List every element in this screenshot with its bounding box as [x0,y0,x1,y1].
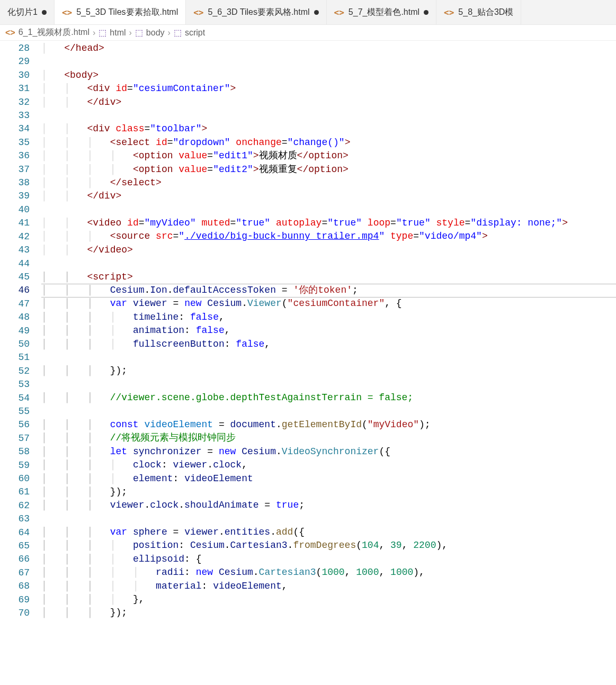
line-number: 31 [0,82,30,95]
line-number: 33 [0,109,30,122]
line-number: 42 [0,230,30,244]
html-file-icon: <> [334,7,344,17]
symbol-icon: ⬚ [99,28,106,38]
code-line[interactable] [41,405,616,418]
code-line[interactable]: │ │ <div id="cesiumContainer"> [41,82,616,95]
code-line[interactable]: │ │ │ }); [41,606,616,619]
code-line[interactable]: │ │ │ <source src="./vedio/big-buck-bunn… [41,230,616,243]
code-line[interactable]: │ │ </div> [41,190,616,203]
line-number: 60 [0,472,30,485]
tab-label: 5_7_模型着色.html [349,7,419,18]
line-number: 41 [0,217,30,230]
code-line[interactable]: │ │ │ Cesium.Ion.defaultAccessToken = '你… [41,284,616,297]
line-number: 43 [0,244,30,257]
tab-label: 5_5_3D Tiles要素拾取.html [76,7,178,18]
code-line[interactable]: │ │ │ │ ellipsoid: { [41,553,616,566]
line-number: 49 [0,325,30,338]
tab-4[interactable]: <> 5_8_贴合3D模 [436,0,521,24]
code-line[interactable] [41,378,616,391]
symbol-icon: ⬚ [135,28,143,38]
code-editor[interactable]: 2829303132333435363738394041424344454647… [0,41,616,683]
code-line[interactable]: │ │ │ <select id="dropdown" onchange="ch… [41,136,616,149]
line-number: 48 [0,311,30,324]
line-number: 68 [0,580,30,593]
line-number: 46 [0,284,30,297]
code-line[interactable]: │ │ │ │ <option value="edit1">视频材质</opti… [41,149,616,163]
line-number: 56 [0,418,30,431]
code-line[interactable]: │ │ │ const videoElement = document.getE… [41,418,616,431]
line-number: 64 [0,526,30,539]
line-number: 54 [0,392,30,405]
code-line[interactable]: │ │ </video> [41,244,616,257]
code-content[interactable]: │ </head>│ <body>│ │ <div id="cesiumCont… [41,41,616,683]
code-line[interactable]: │ </head> [41,42,616,55]
tab-label: 5_6_3D Tiles要素风格.html [208,7,310,18]
html-file-icon: <> [5,28,15,38]
code-line[interactable]: │ │ │ │ element: videoElement [41,472,616,485]
breadcrumb-node[interactable]: script [185,28,205,38]
line-number-gutter: 2829303132333435363738394041424344454647… [0,41,41,683]
line-number: 58 [0,445,30,458]
line-number: 57 [0,432,30,445]
tab-0[interactable]: 化切片1 [0,0,55,24]
code-line[interactable] [41,351,616,364]
line-number: 37 [0,163,30,176]
code-line[interactable]: │ │ │ let synchronizer = new Cesium.Vide… [41,445,616,458]
code-line[interactable]: │ │ │ </select> [41,176,616,190]
code-line[interactable]: │ │ │ var viewer = new Cesium.Viewer("ce… [41,297,616,310]
breadcrumb-node[interactable]: html [110,28,126,38]
line-number: 32 [0,96,30,109]
code-line[interactable]: │ │ │ │ <option value="edit2">视频重复</opti… [41,163,616,176]
code-line[interactable]: │ │ │ │ }, [41,593,616,606]
code-line[interactable]: │ │ <div class="toolbar"> [41,122,616,136]
tab-2[interactable]: <> 5_6_3D Tiles要素风格.html [186,0,326,24]
tab-label: 5_8_贴合3D模 [458,7,513,18]
code-line[interactable]: │ │ │ │ timeline: false, [41,311,616,324]
modified-dot-icon [42,10,47,15]
line-number: 39 [0,190,30,203]
code-line[interactable]: │ │ │ │ fullscreenButton: false, [41,338,616,351]
code-line[interactable]: │ │ │ │ │ radii: new Cesium.Cartesian3(1… [41,566,616,579]
code-line[interactable]: │ │ │ viewer.clock.shouldAnimate = true; [41,499,616,512]
code-line[interactable]: │ │ │ │ animation: false, [41,324,616,337]
breadcrumb-node[interactable]: body [146,28,165,38]
breadcrumb[interactable]: <> 6_1_视频材质.html › ⬚ html › ⬚ body › ⬚ s… [0,25,616,41]
code-line[interactable]: │ │ │ }); [41,485,616,499]
line-number: 38 [0,176,30,190]
code-line[interactable]: │ │ <script> [41,271,616,284]
code-line[interactable]: │ │ </div> [41,96,616,109]
chevron-right-icon: › [168,28,171,38]
line-number: 53 [0,378,30,391]
code-line[interactable]: │ │ │ │ position: Cesium.Cartesian3.from… [41,539,616,552]
html-file-icon: <> [193,7,203,17]
code-line[interactable]: │ │ │ │ │ material: videoElement, [41,580,616,593]
code-line[interactable]: │ <body> [41,69,616,82]
line-number: 52 [0,365,30,378]
code-line[interactable]: │ │ │ //将视频元素与模拟时钟同步 [41,431,616,445]
code-line[interactable] [41,203,616,217]
code-line[interactable]: │ │ <video id="myVideo" muted="true" aut… [41,217,616,230]
line-number: 66 [0,553,30,566]
code-line[interactable] [41,512,616,526]
code-line[interactable]: │ │ │ //viewer.scene.globe.depthTestAgai… [41,391,616,404]
html-file-icon: <> [62,7,72,17]
code-line[interactable] [41,257,616,270]
code-line[interactable] [41,55,616,68]
code-line[interactable]: │ │ │ var sphere = viewer.entities.add({ [41,526,616,539]
code-line[interactable]: │ │ │ }); [41,364,616,377]
breadcrumb-file[interactable]: 6_1_视频材质.html [19,27,90,38]
line-number: 30 [0,69,30,82]
code-line[interactable]: │ │ │ │ clock: viewer.clock, [41,458,616,472]
tab-bar: 化切片1 <> 5_5_3D Tiles要素拾取.html <> 5_6_3D … [0,0,616,25]
tab-3[interactable]: <> 5_7_模型着色.html [327,0,437,24]
tab-1[interactable]: <> 5_5_3D Tiles要素拾取.html [55,0,186,24]
line-number: 69 [0,593,30,607]
symbol-icon: ⬚ [174,28,182,38]
line-number: 35 [0,136,30,149]
line-number: 47 [0,298,30,311]
line-number: 59 [0,459,30,472]
code-line[interactable] [41,109,616,122]
line-number: 29 [0,55,30,68]
line-number: 44 [0,257,30,271]
modified-dot-icon [314,10,319,15]
